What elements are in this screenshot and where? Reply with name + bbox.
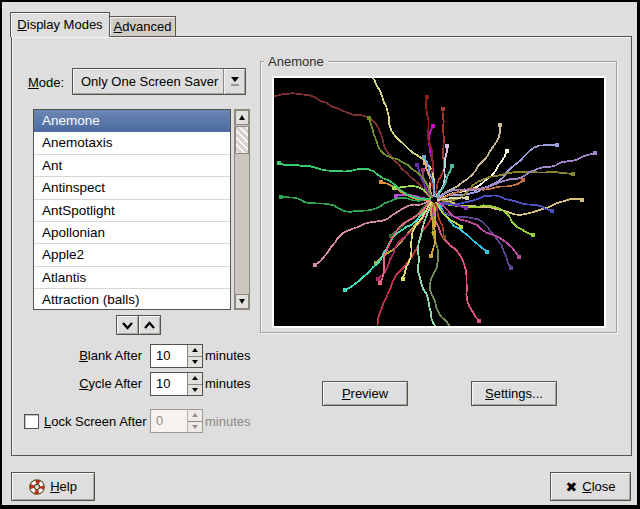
list-item[interactable]: Ant bbox=[34, 155, 230, 177]
saver-list[interactable]: AnemoneAnemotaxisAntAntinspectAntSpotlig… bbox=[33, 109, 231, 310]
cycle-after-spinner[interactable]: 10 bbox=[150, 372, 203, 396]
blank-after-spinner[interactable]: 10 bbox=[150, 344, 203, 368]
list-down-button[interactable] bbox=[116, 315, 139, 335]
spin-up-icon bbox=[192, 413, 198, 417]
cycle-after-label: Cycle After bbox=[2, 376, 142, 391]
spin-down-button[interactable] bbox=[188, 356, 202, 368]
list-item[interactable]: AntSpotlight bbox=[34, 200, 230, 222]
mode-dropdown-value: Only One Screen Saver bbox=[73, 74, 223, 89]
lock-screen-checkbox[interactable] bbox=[24, 414, 39, 429]
spin-down-icon bbox=[192, 360, 198, 364]
list-item[interactable]: Anemotaxis bbox=[34, 132, 230, 154]
spin-down-button bbox=[188, 421, 202, 433]
cycle-after-unit: minutes bbox=[205, 376, 251, 391]
scrollbar-up-icon bbox=[239, 115, 245, 120]
settings-button[interactable]: Settings... bbox=[471, 381, 557, 406]
list-item[interactable]: Apollonian bbox=[34, 222, 230, 244]
spin-up-button[interactable] bbox=[188, 345, 202, 356]
spin-up-button[interactable] bbox=[188, 373, 202, 384]
tab-display-modes[interactable]: Display Modes bbox=[10, 12, 110, 37]
scrollbar-up-button[interactable] bbox=[235, 110, 249, 125]
blank-after-unit: minutes bbox=[205, 348, 251, 363]
spin-down-icon bbox=[192, 425, 198, 429]
preview-button[interactable]: Preview bbox=[322, 381, 408, 406]
spin-up-button bbox=[188, 410, 202, 421]
mode-dropdown[interactable]: Only One Screen Saver bbox=[72, 68, 246, 95]
tab-advanced[interactable]: Advanced bbox=[109, 16, 176, 36]
list-item[interactable]: Atlantis bbox=[34, 267, 230, 289]
help-button[interactable]: Help bbox=[11, 472, 95, 501]
saver-list-scrollbar[interactable] bbox=[234, 109, 250, 310]
preview-screen bbox=[272, 76, 606, 328]
list-item[interactable]: Antinspect bbox=[34, 177, 230, 199]
lock-screen-unit: minutes bbox=[205, 414, 251, 429]
spin-down-icon bbox=[192, 388, 198, 392]
preview-groupbox-label: Anemone bbox=[264, 54, 328, 69]
combo-dropdown-icon[interactable] bbox=[223, 69, 245, 94]
list-item[interactable]: Apple2 bbox=[34, 244, 230, 266]
close-button[interactable]: ✖ Close bbox=[550, 472, 631, 501]
lock-screen-spinner: 0 bbox=[150, 409, 203, 433]
mode-label: Mode: bbox=[28, 75, 64, 90]
scrollbar-down-button[interactable] bbox=[235, 294, 249, 309]
spin-up-icon bbox=[192, 348, 198, 352]
lock-screen-value: 0 bbox=[151, 410, 187, 432]
chevron-up-icon bbox=[143, 320, 156, 331]
screensaver-preferences-dialog: Display Modes Advanced Mode: Only One Sc… bbox=[0, 0, 640, 509]
list-item[interactable]: Anemone bbox=[34, 110, 230, 132]
blank-after-label: Blank After bbox=[2, 348, 142, 363]
blank-after-value[interactable]: 10 bbox=[151, 345, 187, 367]
list-up-button[interactable] bbox=[138, 315, 161, 335]
close-x-icon: ✖ bbox=[566, 480, 578, 494]
spin-up-icon bbox=[192, 376, 198, 380]
help-lifesaver-icon bbox=[29, 479, 45, 495]
scrollbar-thumb[interactable] bbox=[235, 126, 249, 154]
cycle-after-value[interactable]: 10 bbox=[151, 373, 187, 395]
chevron-down-icon bbox=[121, 320, 134, 331]
scrollbar-down-icon bbox=[239, 299, 245, 304]
list-item[interactable]: Attraction (balls) bbox=[34, 289, 230, 310]
anemone-preview-image bbox=[274, 78, 604, 326]
lock-screen-label: Lock Screen After bbox=[44, 414, 147, 429]
spin-down-button[interactable] bbox=[188, 384, 202, 396]
